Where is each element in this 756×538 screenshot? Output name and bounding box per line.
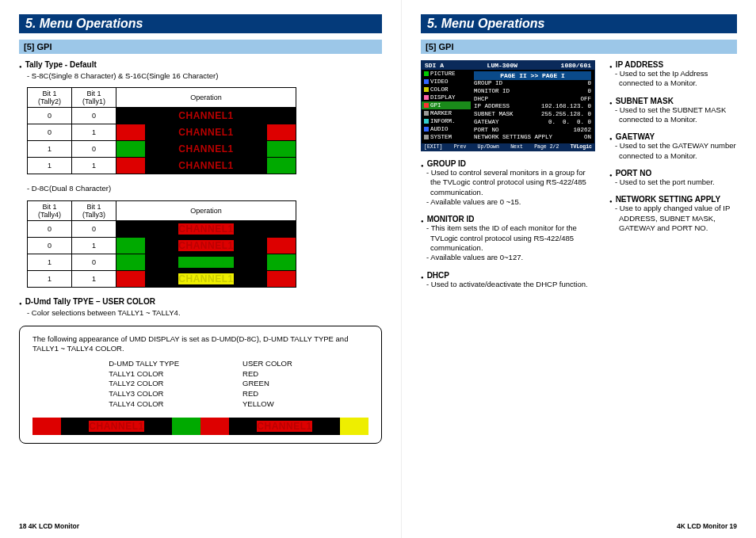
osd-rows: GROUP ID0MONITOR ID0DHCPOFFIP ADDRESS192… [474, 80, 591, 142]
channel-label-box: CHANNEL1 [145, 141, 267, 157]
channel-bar: CHANNEL1 [116, 254, 296, 270]
definition-item: SUBNET MASK - Used to set the SUBNET MAS… [609, 97, 737, 125]
bullet-icon [421, 271, 424, 280]
bullet-icon [609, 132, 613, 141]
osd-side-item: AUDIO [422, 125, 471, 133]
table-row: 0 1 CHANNEL1 [28, 124, 296, 141]
osd-bottom-item: Page 2/2 [534, 144, 559, 150]
cell-op: CHANNEL1 [116, 124, 296, 141]
osd-side-item: INFORM. [422, 117, 471, 125]
tally-left [116, 108, 145, 124]
channel-label-box: CHANNEL1 [145, 238, 267, 254]
osd-side-icon [424, 87, 429, 92]
osd-side-label: INFORM. [430, 118, 456, 124]
cell-b2: 0 [72, 141, 116, 158]
osd-bottom-item: TVLogic [571, 144, 592, 150]
umd-sub: - Color selections between TALLY1 ~ TALL… [27, 308, 382, 318]
osd-side-label: AUDIO [430, 126, 449, 132]
tally-right [267, 124, 296, 140]
cell-op: CHANNEL1 [116, 237, 296, 254]
th-b1: Bit 1 (Tally4) [28, 200, 72, 220]
tally-right [267, 221, 296, 237]
table-row: 1 1 CHANNEL1 [28, 270, 296, 287]
osd-row: GATEWAY0. 0. 0. 0 [474, 119, 591, 127]
definition-line: - This item sets the ID of each monitor … [421, 223, 595, 253]
cell-b1: 1 [28, 254, 72, 270]
definition-item: NETWORK SETTING APPLY - Use to apply cha… [609, 195, 737, 233]
channel-bar: CHANNEL1 [116, 221, 296, 237]
th-op: Operation [116, 200, 296, 220]
osd-row: GROUP ID0 [474, 80, 591, 88]
osd-row: PORT NO10262 [474, 127, 591, 135]
th-b1: Bit 1 (Tally2) [28, 88, 72, 108]
left-defs: GROUP ID - Used to control several monit… [421, 159, 595, 289]
definition-title: PORT NO [616, 169, 652, 177]
bullet-icon [609, 169, 613, 177]
cell-op: CHANNEL1 [116, 158, 296, 174]
cell-b2: 0 [72, 108, 116, 124]
footer-left: 18 4K LCD Monitor [19, 522, 79, 530]
osd-row: NETWORK SETTINGS APPLYON [474, 134, 591, 142]
tally-left [116, 271, 145, 287]
definition-title: MONITOR ID [427, 215, 475, 223]
cell-op: CHANNEL1 [116, 108, 296, 124]
definition-line: - Used to control several monitors in a … [421, 168, 595, 197]
right-col-right: IP ADDRESS - Used to set the Ip Address … [609, 60, 737, 297]
osd-side-label: PICTURE [430, 71, 456, 77]
document-spread: 5. Menu Operations [5] GPI Tally Type - … [0, 0, 756, 538]
footer-right: 4K LCD Monitor 19 [677, 522, 737, 530]
channel-label-box: CHANNEL1 [145, 254, 267, 270]
bullet-icon [609, 195, 613, 204]
section-bar-left: [5] GPI [19, 40, 382, 54]
info-row: RED [242, 369, 292, 380]
info-cols: D-UMD TALLY TYPETALLY1 COLORTALLY2 COLOR… [32, 359, 368, 410]
tally-right [267, 141, 296, 157]
info-row: YELLOW [242, 399, 292, 410]
osd-side-label: VIDEO [430, 78, 449, 85]
channel-label: CHANNEL1 [178, 257, 233, 268]
tally-right [267, 238, 296, 254]
right-defs: IP ADDRESS - Used to set the Ip Address … [609, 60, 737, 233]
info-row: TALLY4 COLOR [109, 399, 179, 410]
osd-side: PICTURE VIDEO COLOR DISPLAY GPI MARKER I… [422, 70, 471, 143]
osd-side-label: COLOR [430, 86, 449, 93]
channel-label: CHANNEL1 [178, 240, 233, 251]
table-d: Bit 1 (Tally4) Bit 1 (Tally3) Operation … [27, 200, 296, 288]
table-row: 0 0 CHANNEL1 [28, 108, 296, 124]
osd-side-icon [424, 103, 429, 108]
cell-b1: 0 [28, 220, 72, 237]
channel-bar: CHANNEL1 [116, 124, 296, 140]
osd-side-icon [424, 95, 429, 100]
tally-sub-s: - S-8C(Single 8 Character) & S-16C(Singl… [27, 71, 382, 81]
tally-box [172, 418, 200, 435]
definition-title: DHCP [427, 271, 449, 280]
tally-right [267, 108, 296, 124]
info-intro: The following appearance of UMD DISPLAY … [32, 334, 368, 354]
channel-label: CHANNEL1 [178, 223, 233, 235]
cell-b1: 0 [28, 108, 72, 124]
osd-row: MONITOR ID0 [474, 88, 591, 96]
osd-sdi: SDI A [425, 62, 444, 69]
channel-bar: CHANNEL1 [116, 271, 296, 287]
table-row: 0 0 CHANNEL1 [28, 220, 296, 237]
definition-line: - Used to set the port number. [609, 177, 737, 187]
cell-op: CHANNEL1 [116, 220, 296, 237]
bullet-icon [19, 60, 22, 69]
channel-label: CHANNEL1 [178, 160, 233, 171]
cell-b2: 1 [72, 237, 116, 254]
osd-side-label: GPI [430, 102, 441, 109]
cell-b1: 0 [28, 237, 72, 254]
bullet-icon [609, 60, 613, 69]
osd-side-item: SYSTEM [422, 133, 471, 141]
definition-item: GROUP ID - Used to control several monit… [421, 159, 595, 207]
info-row: TALLY3 COLOR [109, 389, 179, 399]
osd-bottom-item: Up/Down [478, 144, 499, 150]
cell-op: CHANNEL1 [116, 254, 296, 270]
definition-line: - Available values are 0~127. [421, 253, 595, 262]
channel-label-box: CHANNEL1 [145, 221, 267, 237]
channel-label: CHANNEL1 [178, 143, 233, 155]
umd-heading-text: D-Umd Tally TPYE – USER COLOR [25, 297, 155, 306]
osd-side-item: VIDEO [422, 78, 471, 86]
osd-side-icon [424, 127, 429, 132]
definition-line: - Available values are 0 ~15. [421, 197, 595, 207]
